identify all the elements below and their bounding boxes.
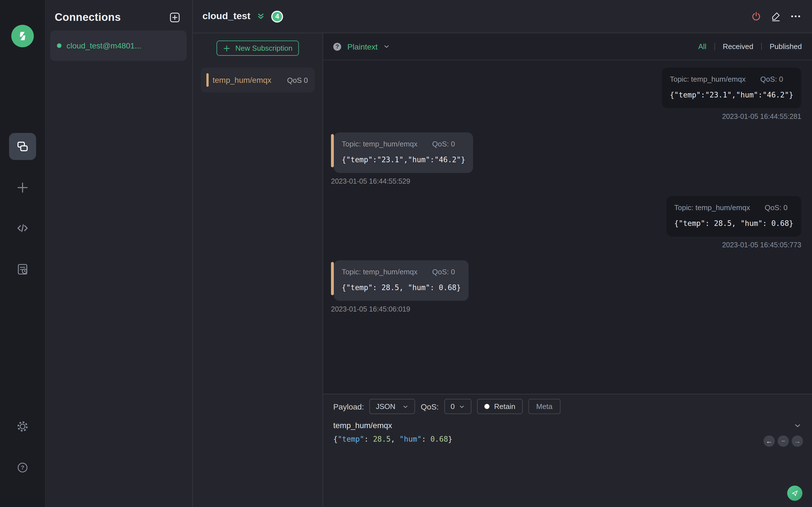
connection-body: New Subscription temp_hum/emqx QoS 0 ? P… (193, 33, 812, 507)
pencil-icon (770, 11, 781, 22)
filter-published[interactable]: Published (770, 42, 802, 51)
connections-list: cloud_test@m4801... (46, 31, 192, 61)
message-accent-bar (331, 262, 334, 295)
qos-value: 0 (451, 402, 455, 411)
message-meta: Topic: temp_hum/emqxQoS: 0 (670, 75, 794, 84)
connection-header: cloud_test 4 (193, 0, 812, 33)
nav-new-connection[interactable] (9, 174, 36, 201)
subscriptions-panel: New Subscription temp_hum/emqx QoS 0 (193, 33, 322, 507)
mqttx-logo-icon (15, 29, 30, 43)
message-filters: All Received Published (698, 42, 802, 51)
message-bubble-wrap: Topic: temp_hum/emqxQoS: 0{"temp": 28.5,… (331, 260, 469, 301)
icon-sidebar: ? (0, 0, 46, 507)
subscription-topic: temp_hum/emqx (213, 75, 287, 84)
history-controls: ← − → (763, 436, 803, 447)
payload-token: 0.68 (430, 435, 448, 443)
filter-all[interactable]: All (698, 42, 706, 51)
message-topic: Topic: temp_hum/emqx (674, 203, 750, 212)
connections-header: Connections (46, 0, 192, 26)
chevron-down-icon[interactable] (383, 43, 390, 50)
message-bubble-wrap: Topic: temp_hum/emqxQoS: 0{"temp": 28.5,… (666, 196, 801, 237)
nav-connections[interactable] (9, 133, 36, 160)
code-icon (15, 221, 30, 235)
collapse-editor-button[interactable] (794, 421, 802, 430)
payload-editor[interactable]: {"temp": 28.5, "hum": 0.68} (333, 435, 802, 444)
history-remove-button[interactable]: − (777, 436, 789, 447)
message-item-published: Topic: temp_hum/emqxQoS: 0{"temp":"23.1"… (331, 68, 801, 121)
send-button[interactable] (787, 486, 802, 501)
connection-name: cloud_test@m4801... (66, 41, 141, 50)
filter-received[interactable]: Received (723, 42, 753, 51)
message-item-published: Topic: temp_hum/emqxQoS: 0{"temp": 28.5,… (331, 196, 801, 249)
connection-title: cloud_test (202, 11, 250, 22)
mqttx-logo (11, 25, 34, 47)
connection-item[interactable]: cloud_test@m4801... (50, 31, 187, 61)
payload-label: Payload: (333, 402, 364, 411)
qos-label: QoS: (421, 402, 439, 411)
nav-help[interactable]: ? (9, 454, 36, 481)
nav-log[interactable] (9, 256, 36, 283)
payload-token: : (421, 435, 430, 443)
message-timestamp: 2023-01-05 16:45:05:773 (722, 240, 801, 249)
history-next-button[interactable]: → (792, 436, 803, 447)
payload-token: : (364, 435, 373, 443)
plus-icon (15, 180, 30, 195)
messages-toolbar: ? Plaintext All Received Published (323, 33, 812, 60)
subscription-item[interactable]: temp_hum/emqx QoS 0 (201, 68, 315, 93)
nav-settings[interactable] (9, 413, 36, 440)
message-bubble: Topic: temp_hum/emqxQoS: 0{"temp": 28.5,… (334, 260, 469, 301)
message-qos: QoS: 0 (765, 203, 788, 212)
message-qos: QoS: 0 (432, 140, 455, 149)
message-timestamp: 2023-01-05 16:44:55:281 (722, 112, 801, 121)
qos-select[interactable]: 0 (444, 399, 471, 414)
payload-token: , (391, 435, 400, 443)
double-chevron-down-icon[interactable] (256, 11, 266, 21)
edit-connection-button[interactable] (770, 11, 781, 22)
message-payload: {"temp":"23.1","hum":"46.2"} (342, 156, 465, 165)
svg-text:?: ? (21, 464, 24, 471)
message-qos: QoS: 0 (432, 268, 455, 277)
message-timestamp: 2023-01-05 16:45:06:019 (331, 305, 410, 314)
meta-button[interactable]: Meta (528, 399, 560, 414)
message-topic: Topic: temp_hum/emqx (342, 268, 417, 277)
message-bubble-wrap: Topic: temp_hum/emqxQoS: 0{"temp":"23.1"… (662, 68, 801, 108)
message-list: Topic: temp_hum/emqxQoS: 0{"temp":"23.1"… (323, 60, 812, 394)
message-timestamp: 2023-01-05 16:44:55:529 (331, 177, 410, 186)
payload-token: "temp" (338, 435, 364, 443)
message-payload: {"temp": 28.5, "hum": 0.68} (342, 283, 461, 292)
payload-help-icon[interactable]: ? (333, 43, 341, 50)
new-subscription-label: New Subscription (236, 44, 292, 52)
payload-format-label[interactable]: Plaintext (347, 42, 377, 51)
payload-token: } (448, 435, 453, 443)
chevron-down-icon (459, 403, 465, 410)
retain-toggle[interactable]: Retain (477, 399, 523, 414)
topic-input[interactable]: temp_hum/emqx (333, 421, 392, 430)
message-bubble-wrap: Topic: temp_hum/emqxQoS: 0{"temp":"23.1"… (331, 132, 473, 173)
message-payload: {"temp": 28.5, "hum": 0.68} (674, 219, 794, 228)
message-meta: Topic: temp_hum/emqxQoS: 0 (342, 268, 461, 277)
connections-title: Connections (55, 11, 121, 24)
help-icon: ? (16, 461, 29, 474)
connection-status-dot (57, 43, 61, 48)
new-subscription-button[interactable]: New Subscription (216, 41, 299, 56)
message-topic: Topic: temp_hum/emqx (342, 140, 417, 149)
history-prev-button[interactable]: ← (763, 436, 775, 447)
plus-square-icon (168, 11, 181, 24)
payload-format-select[interactable]: JSON (370, 399, 415, 414)
chevron-down-icon (402, 403, 409, 410)
more-options-button[interactable] (790, 11, 801, 22)
payload-format-value: JSON (376, 402, 395, 411)
retain-label: Retain (494, 402, 515, 411)
message-count-badge: 4 (271, 10, 283, 22)
publish-controls: Payload: JSON QoS: 0 Retain (333, 399, 802, 414)
message-item-received: Topic: temp_hum/emqxQoS: 0{"temp":"23.1"… (331, 132, 801, 186)
message-item-received: Topic: temp_hum/emqxQoS: 0{"temp": 28.5,… (331, 260, 801, 314)
nav-script[interactable] (9, 215, 36, 242)
header-actions (751, 11, 801, 22)
topic-input-row: temp_hum/emqx (333, 421, 802, 430)
disconnect-button[interactable] (751, 11, 762, 22)
publish-panel: Payload: JSON QoS: 0 Retain (323, 394, 812, 507)
message-topic: Topic: temp_hum/emqx (670, 75, 746, 84)
send-icon (791, 489, 799, 497)
add-connection-button[interactable] (168, 11, 181, 24)
